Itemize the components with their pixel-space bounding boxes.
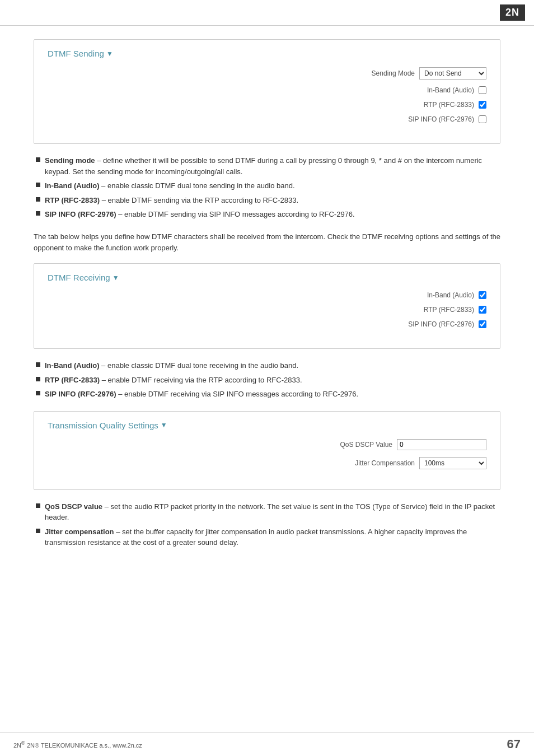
dtmf-receiving-intro: The tab below helps you define how DTMF …	[34, 231, 500, 255]
bullet-icon	[36, 503, 40, 508]
rtp-receiving-checkbox[interactable]	[479, 306, 486, 314]
dtmf-receiving-box: DTMF Receiving ▼ In-Band (Audio) RTP (RF…	[34, 263, 500, 349]
list-item: Sending mode – define whether it will be…	[36, 155, 500, 177]
dtmf-sending-title-text: DTMF Sending	[48, 49, 104, 58]
sip-info-receiving-checkbox[interactable]	[479, 320, 486, 328]
dtmf-receiving-title: DTMF Receiving ▼	[48, 273, 486, 282]
bullet-icon	[36, 377, 40, 381]
jitter-control: 20ms 40ms 60ms 80ms 100ms 120ms 160ms	[419, 457, 486, 469]
in-band-receiving-label: In-Band (Audio)	[385, 291, 474, 299]
bullet-icon	[36, 362, 40, 367]
dtmf-receiving-chevron[interactable]: ▼	[113, 274, 119, 282]
bullet-icon	[36, 391, 40, 395]
list-item: SIP INFO (RFC-2976) – enable DTMF sendin…	[36, 209, 500, 220]
list-item: SIP INFO (RFC-2976) – enable DTMF receiv…	[36, 389, 500, 400]
bullet-bold: In-Band (Audio)	[45, 181, 99, 190]
footer-left-text: 2N® TELEKOMUNIKACE a.s., www.2n.cz	[27, 741, 142, 748]
bullet-bold: SIP INFO (RFC-2976)	[45, 210, 116, 218]
in-band-receiving-row: In-Band (Audio)	[48, 291, 486, 299]
sip-info-sending-control	[479, 115, 486, 123]
footer-company: 2N® 2N® TELEKOMUNIKACE a.s., www.2n.cz	[13, 740, 142, 749]
in-band-sending-control	[479, 86, 486, 94]
sending-mode-label: Sending Mode	[325, 69, 415, 77]
transmission-title: Transmission Quality Settings ▼	[48, 421, 486, 430]
dtmf-receiving-title-text: DTMF Receiving	[48, 273, 110, 282]
bullet-bold: In-Band (Audio)	[45, 361, 99, 370]
transmission-chevron[interactable]: ▼	[161, 421, 167, 429]
bullet-bold: RTP (RFC-2833)	[45, 376, 100, 384]
rtp-sending-checkbox[interactable]	[479, 101, 486, 109]
page-footer: 2N® 2N® TELEKOMUNIKACE a.s., www.2n.cz 6…	[0, 732, 534, 756]
bullet-icon	[36, 211, 40, 216]
qos-control	[397, 439, 486, 450]
sending-mode-row: Sending Mode Do not Send Incoming Outgoi…	[48, 67, 486, 80]
page-number: 67	[507, 737, 521, 752]
dtmf-receiving-bullets: In-Band (Audio) – enable classic DTMF du…	[34, 360, 500, 400]
in-band-sending-row: In-Band (Audio)	[48, 86, 486, 94]
list-item: In-Band (Audio) – enable classic DTMF du…	[36, 180, 500, 192]
sip-info-receiving-label: SIP INFO (RFC-2976)	[385, 320, 474, 328]
sip-info-sending-checkbox[interactable]	[479, 115, 486, 123]
sending-mode-select[interactable]: Do not Send Incoming Outgoing All Calls	[419, 67, 486, 80]
list-item: RTP (RFC-2833) – enable DTMF receiving v…	[36, 375, 500, 386]
sip-info-receiving-row: SIP INFO (RFC-2976)	[48, 320, 486, 328]
bullet-bold: Jitter compensation	[45, 528, 114, 536]
bullet-bold: SIP INFO (RFC-2976)	[45, 390, 116, 398]
sip-info-sending-row: SIP INFO (RFC-2976)	[48, 115, 486, 123]
bullet-icon	[36, 197, 40, 202]
rtp-sending-label: RTP (RFC-2833)	[385, 101, 474, 109]
list-item: Jitter compensation – set the buffer cap…	[36, 526, 500, 548]
dtmf-sending-box: DTMF Sending ▼ Sending Mode Do not Send …	[34, 39, 500, 144]
in-band-sending-label: In-Band (Audio)	[385, 86, 474, 94]
bullet-bold: Sending mode	[45, 156, 95, 165]
transmission-title-text: Transmission Quality Settings	[48, 421, 158, 430]
in-band-receiving-control	[479, 291, 486, 299]
bullet-icon	[36, 183, 40, 187]
dtmf-sending-chevron[interactable]: ▼	[106, 50, 113, 58]
dtmf-sending-title: DTMF Sending ▼	[48, 49, 486, 58]
rtp-receiving-control	[479, 306, 486, 314]
sending-mode-control: Do not Send Incoming Outgoing All Calls	[419, 67, 486, 80]
qos-label: QoS DSCP Value	[303, 441, 392, 449]
rtp-receiving-row: RTP (RFC-2833)	[48, 306, 486, 314]
jitter-label: Jitter Compensation	[325, 459, 415, 467]
rtp-sending-control	[479, 101, 486, 109]
in-band-receiving-checkbox[interactable]	[479, 291, 486, 299]
logo: 2N	[500, 4, 525, 21]
main-content: DTMF Sending ▼ Sending Mode Do not Send …	[0, 26, 534, 582]
bullet-icon	[36, 157, 40, 162]
dtmf-sending-bullets: Sending mode – define whether it will be…	[34, 155, 500, 220]
list-item: In-Band (Audio) – enable classic DTMF du…	[36, 360, 500, 371]
transmission-quality-box: Transmission Quality Settings ▼ QoS DSCP…	[34, 411, 500, 490]
bullet-bold: RTP (RFC-2833)	[45, 196, 100, 204]
list-item: RTP (RFC-2833) – enable DTMF sending via…	[36, 195, 500, 206]
transmission-bullets: QoS DSCP value – set the audio RTP packe…	[34, 501, 500, 548]
sip-info-sending-label: SIP INFO (RFC-2976)	[385, 115, 474, 123]
jitter-select[interactable]: 20ms 40ms 60ms 80ms 100ms 120ms 160ms	[419, 457, 486, 469]
list-item: QoS DSCP value – set the audio RTP packe…	[36, 501, 500, 523]
top-bar: 2N	[0, 0, 534, 26]
rtp-receiving-label: RTP (RFC-2833)	[385, 306, 474, 314]
jitter-row: Jitter Compensation 20ms 40ms 60ms 80ms …	[48, 457, 486, 469]
bullet-bold: QoS DSCP value	[45, 502, 102, 511]
bullet-icon	[36, 529, 40, 533]
qos-input[interactable]	[397, 439, 486, 450]
sip-info-receiving-control	[479, 320, 486, 328]
in-band-sending-checkbox[interactable]	[479, 86, 486, 94]
rtp-sending-row: RTP (RFC-2833)	[48, 101, 486, 109]
qos-row: QoS DSCP Value	[48, 439, 486, 450]
